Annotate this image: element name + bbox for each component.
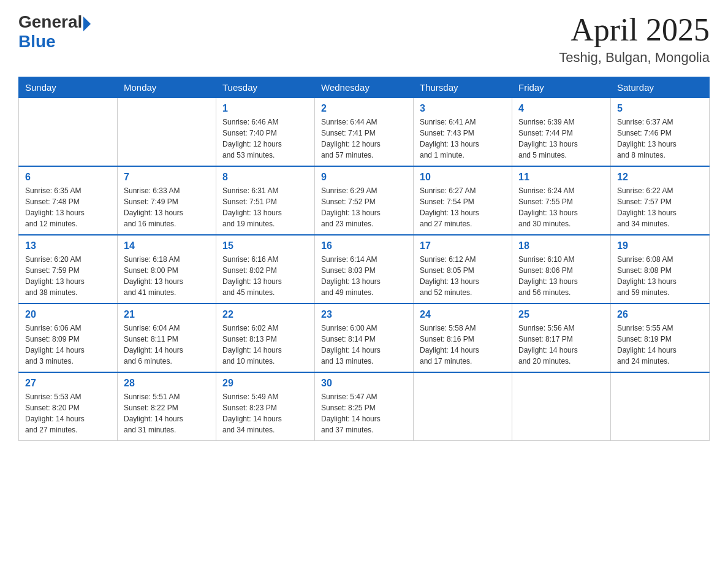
day-info: Sunrise: 6:39 AM Sunset: 7:44 PM Dayligh… bbox=[518, 117, 604, 161]
day-number: 8 bbox=[222, 172, 308, 183]
header-thursday: Thursday bbox=[414, 77, 512, 98]
day-info: Sunrise: 5:49 AM Sunset: 8:23 PM Dayligh… bbox=[222, 391, 308, 435]
day-number: 29 bbox=[222, 378, 308, 389]
calendar-cell: 9Sunrise: 6:29 AM Sunset: 7:52 PM Daylig… bbox=[315, 166, 414, 235]
day-number: 5 bbox=[617, 103, 703, 114]
calendar-cell: 20Sunrise: 6:06 AM Sunset: 8:09 PM Dayli… bbox=[19, 304, 118, 372]
day-info: Sunrise: 6:41 AM Sunset: 7:43 PM Dayligh… bbox=[420, 117, 506, 161]
header-monday: Monday bbox=[118, 77, 216, 98]
day-number: 10 bbox=[420, 172, 506, 183]
calendar-cell: 5Sunrise: 6:37 AM Sunset: 7:46 PM Daylig… bbox=[611, 98, 710, 167]
calendar-cell: 22Sunrise: 6:02 AM Sunset: 8:13 PM Dayli… bbox=[216, 304, 315, 372]
day-number: 14 bbox=[124, 240, 210, 251]
calendar-cell: 2Sunrise: 6:44 AM Sunset: 7:41 PM Daylig… bbox=[315, 98, 414, 167]
day-info: Sunrise: 6:00 AM Sunset: 8:14 PM Dayligh… bbox=[321, 323, 407, 367]
day-info: Sunrise: 5:53 AM Sunset: 8:20 PM Dayligh… bbox=[25, 391, 111, 435]
header-wednesday: Wednesday bbox=[315, 77, 414, 98]
day-number: 20 bbox=[25, 309, 111, 320]
week-row-3: 13Sunrise: 6:20 AM Sunset: 7:59 PM Dayli… bbox=[19, 235, 710, 304]
calendar-cell bbox=[512, 372, 611, 441]
calendar-cell bbox=[19, 98, 118, 167]
day-number: 1 bbox=[222, 103, 308, 114]
calendar-cell bbox=[118, 98, 216, 167]
calendar-cell: 30Sunrise: 5:47 AM Sunset: 8:25 PM Dayli… bbox=[315, 372, 414, 441]
day-number: 17 bbox=[420, 240, 506, 251]
day-info: Sunrise: 6:31 AM Sunset: 7:51 PM Dayligh… bbox=[222, 185, 308, 229]
calendar-cell: 6Sunrise: 6:35 AM Sunset: 7:48 PM Daylig… bbox=[19, 166, 118, 235]
day-info: Sunrise: 6:18 AM Sunset: 8:00 PM Dayligh… bbox=[124, 254, 210, 298]
day-info: Sunrise: 5:47 AM Sunset: 8:25 PM Dayligh… bbox=[321, 391, 407, 435]
logo-blue: Blue bbox=[18, 32, 91, 52]
calendar-cell: 8Sunrise: 6:31 AM Sunset: 7:51 PM Daylig… bbox=[216, 166, 315, 235]
calendar-cell: 21Sunrise: 6:04 AM Sunset: 8:11 PM Dayli… bbox=[118, 304, 216, 372]
header-saturday: Saturday bbox=[611, 77, 710, 98]
calendar-cell: 14Sunrise: 6:18 AM Sunset: 8:00 PM Dayli… bbox=[118, 235, 216, 304]
day-info: Sunrise: 6:24 AM Sunset: 7:55 PM Dayligh… bbox=[518, 185, 604, 229]
day-number: 2 bbox=[321, 103, 407, 114]
day-info: Sunrise: 6:08 AM Sunset: 8:08 PM Dayligh… bbox=[617, 254, 703, 298]
day-number: 15 bbox=[222, 240, 308, 251]
day-info: Sunrise: 6:22 AM Sunset: 7:57 PM Dayligh… bbox=[617, 185, 703, 229]
calendar-cell: 27Sunrise: 5:53 AM Sunset: 8:20 PM Dayli… bbox=[19, 372, 118, 441]
day-number: 22 bbox=[222, 309, 308, 320]
day-number: 4 bbox=[518, 103, 604, 114]
day-number: 18 bbox=[518, 240, 604, 251]
calendar-cell: 12Sunrise: 6:22 AM Sunset: 7:57 PM Dayli… bbox=[611, 166, 710, 235]
calendar-cell bbox=[611, 372, 710, 441]
day-number: 12 bbox=[617, 172, 703, 183]
day-number: 27 bbox=[25, 378, 111, 389]
header-tuesday: Tuesday bbox=[216, 77, 315, 98]
logo: General Blue bbox=[18, 12, 91, 52]
day-info: Sunrise: 6:04 AM Sunset: 8:11 PM Dayligh… bbox=[124, 323, 210, 367]
title-block: April 2025 Teshig, Bulgan, Mongolia bbox=[559, 12, 710, 66]
day-info: Sunrise: 6:16 AM Sunset: 8:02 PM Dayligh… bbox=[222, 254, 308, 298]
day-number: 23 bbox=[321, 309, 407, 320]
calendar-cell: 11Sunrise: 6:24 AM Sunset: 7:55 PM Dayli… bbox=[512, 166, 611, 235]
day-info: Sunrise: 6:46 AM Sunset: 7:40 PM Dayligh… bbox=[222, 117, 308, 161]
header-friday: Friday bbox=[512, 77, 611, 98]
day-info: Sunrise: 6:27 AM Sunset: 7:54 PM Dayligh… bbox=[420, 185, 506, 229]
day-info: Sunrise: 6:35 AM Sunset: 7:48 PM Dayligh… bbox=[25, 185, 111, 229]
day-info: Sunrise: 5:56 AM Sunset: 8:17 PM Dayligh… bbox=[518, 323, 604, 367]
calendar-cell: 29Sunrise: 5:49 AM Sunset: 8:23 PM Dayli… bbox=[216, 372, 315, 441]
calendar-cell: 25Sunrise: 5:56 AM Sunset: 8:17 PM Dayli… bbox=[512, 304, 611, 372]
calendar-cell: 26Sunrise: 5:55 AM Sunset: 8:19 PM Dayli… bbox=[611, 304, 710, 372]
calendar-cell: 18Sunrise: 6:10 AM Sunset: 8:06 PM Dayli… bbox=[512, 235, 611, 304]
page-header: General Blue April 2025 Teshig, Bulgan, … bbox=[18, 12, 710, 66]
day-info: Sunrise: 6:14 AM Sunset: 8:03 PM Dayligh… bbox=[321, 254, 407, 298]
calendar-cell: 28Sunrise: 5:51 AM Sunset: 8:22 PM Dayli… bbox=[118, 372, 216, 441]
day-number: 26 bbox=[617, 309, 703, 320]
day-number: 7 bbox=[124, 172, 210, 183]
day-info: Sunrise: 5:55 AM Sunset: 8:19 PM Dayligh… bbox=[617, 323, 703, 367]
week-row-4: 20Sunrise: 6:06 AM Sunset: 8:09 PM Dayli… bbox=[19, 304, 710, 372]
day-info: Sunrise: 5:51 AM Sunset: 8:22 PM Dayligh… bbox=[124, 391, 210, 435]
day-number: 21 bbox=[124, 309, 210, 320]
day-info: Sunrise: 6:20 AM Sunset: 7:59 PM Dayligh… bbox=[25, 254, 111, 298]
calendar-cell: 15Sunrise: 6:16 AM Sunset: 8:02 PM Dayli… bbox=[216, 235, 315, 304]
day-info: Sunrise: 6:29 AM Sunset: 7:52 PM Dayligh… bbox=[321, 185, 407, 229]
calendar-cell bbox=[414, 372, 512, 441]
calendar-cell: 16Sunrise: 6:14 AM Sunset: 8:03 PM Dayli… bbox=[315, 235, 414, 304]
day-number: 16 bbox=[321, 240, 407, 251]
calendar-cell: 3Sunrise: 6:41 AM Sunset: 7:43 PM Daylig… bbox=[414, 98, 512, 167]
calendar-table: SundayMondayTuesdayWednesdayThursdayFrid… bbox=[18, 77, 710, 441]
calendar-cell: 1Sunrise: 6:46 AM Sunset: 7:40 PM Daylig… bbox=[216, 98, 315, 167]
calendar-cell: 23Sunrise: 6:00 AM Sunset: 8:14 PM Dayli… bbox=[315, 304, 414, 372]
day-info: Sunrise: 5:58 AM Sunset: 8:16 PM Dayligh… bbox=[420, 323, 506, 367]
calendar-cell: 19Sunrise: 6:08 AM Sunset: 8:08 PM Dayli… bbox=[611, 235, 710, 304]
day-number: 30 bbox=[321, 378, 407, 389]
logo-arrow-icon bbox=[83, 17, 91, 31]
week-row-1: 1Sunrise: 6:46 AM Sunset: 7:40 PM Daylig… bbox=[19, 98, 710, 167]
calendar-cell: 10Sunrise: 6:27 AM Sunset: 7:54 PM Dayli… bbox=[414, 166, 512, 235]
day-info: Sunrise: 6:06 AM Sunset: 8:09 PM Dayligh… bbox=[25, 323, 111, 367]
calendar-cell: 24Sunrise: 5:58 AM Sunset: 8:16 PM Dayli… bbox=[414, 304, 512, 372]
day-number: 11 bbox=[518, 172, 604, 183]
month-title: April 2025 bbox=[559, 12, 710, 47]
day-info: Sunrise: 6:37 AM Sunset: 7:46 PM Dayligh… bbox=[617, 117, 703, 161]
day-info: Sunrise: 6:33 AM Sunset: 7:49 PM Dayligh… bbox=[124, 185, 210, 229]
day-info: Sunrise: 6:12 AM Sunset: 8:05 PM Dayligh… bbox=[420, 254, 506, 298]
day-number: 28 bbox=[124, 378, 210, 389]
day-info: Sunrise: 6:10 AM Sunset: 8:06 PM Dayligh… bbox=[518, 254, 604, 298]
day-number: 25 bbox=[518, 309, 604, 320]
week-row-2: 6Sunrise: 6:35 AM Sunset: 7:48 PM Daylig… bbox=[19, 166, 710, 235]
